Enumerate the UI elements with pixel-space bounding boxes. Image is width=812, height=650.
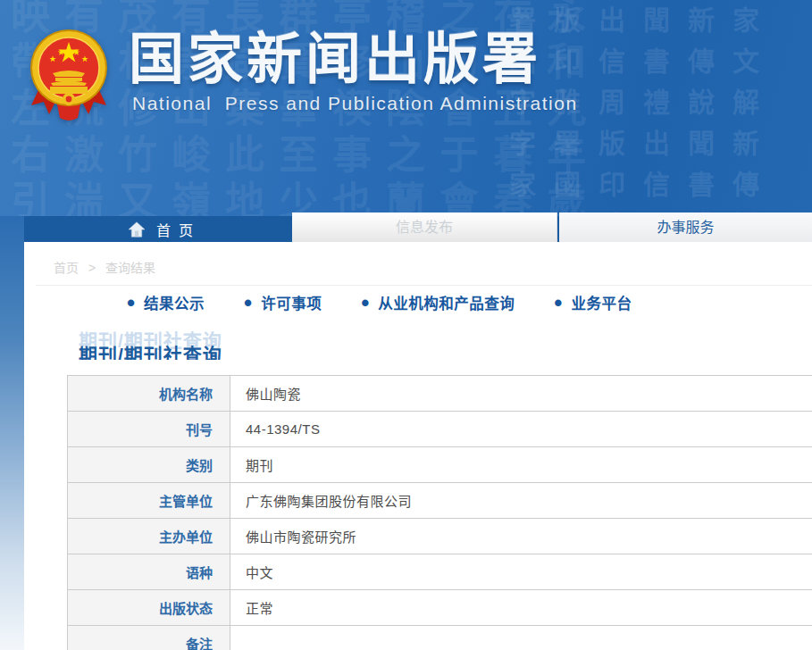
subnav-link[interactable]: • 结果公示 <box>127 292 205 313</box>
site-title: 国家新闻出版署 <box>129 30 578 89</box>
tab-services-label: 办事服务 <box>657 220 714 235</box>
row-label: 机构名称 <box>68 376 230 412</box>
tab-info-label: 信息发布 <box>396 220 453 235</box>
site-brand: 国家新闻出版署 National Press and Publication A… <box>29 27 578 121</box>
breadcrumb: 首页 > 查询结果 <box>54 258 812 276</box>
page-title-text: 期刊/期刊社查询 <box>79 340 222 360</box>
table-row: 刊号 44-1394/TS <box>68 412 812 447</box>
tab-services[interactable]: 办事服务 <box>559 212 812 242</box>
tab-info-release[interactable]: 信息发布 <box>292 212 557 242</box>
row-label: 刊号 <box>68 412 230 447</box>
row-label: 主管单位 <box>68 483 230 519</box>
tab-home-label: 首页 <box>156 219 201 240</box>
subnav-link[interactable]: • 许可事项 <box>244 292 322 313</box>
content-area: 首页 > 查询结果 • 结果公示 • 许可事项 • 从业机构和产品查询 <box>24 242 812 650</box>
subnav: • 结果公示 • 许可事项 • 从业机构和产品查询 • 业务平台 <box>127 292 812 313</box>
row-label: 备注 <box>68 626 230 650</box>
detail-table: 机构名称 佛山陶瓷 刊号 44-1394/TS 类别 期刊 主管单位 <box>67 375 812 650</box>
national-emblem-icon <box>29 27 109 121</box>
table-row: 备注 <box>68 626 812 650</box>
bullet-icon: • <box>361 296 369 310</box>
subnav-link-label: 从业机构和产品查询 <box>378 292 515 313</box>
subnav-link-label: 业务平台 <box>571 292 632 313</box>
row-value: 佛山陶瓷 <box>230 376 812 412</box>
home-icon <box>128 221 146 238</box>
page-root: 永和九年歲在癸丑暮春之初會于會稽山陰之蘭亭修禊事也群賢畢至少長咸集此地有崇山峻嶺… <box>0 0 812 650</box>
divider <box>36 285 812 286</box>
row-label: 语种 <box>68 554 230 590</box>
bullet-icon: • <box>127 296 135 310</box>
row-label: 出版状态 <box>68 590 230 626</box>
table-row: 主办单位 佛山市陶瓷研究所 <box>68 519 812 554</box>
table-row: 主管单位 广东佛陶集团股份有限公司 <box>68 483 812 519</box>
left-rail-decoration <box>0 216 24 650</box>
breadcrumb-separator-icon: > <box>88 261 96 275</box>
row-value <box>230 626 812 650</box>
tab-home[interactable]: 首页 <box>128 216 201 242</box>
bullet-icon: • <box>244 296 252 310</box>
row-value: 44-1394/TS <box>230 412 812 447</box>
subnav-link-label: 结果公示 <box>144 292 205 313</box>
row-value: 中文 <box>230 554 812 590</box>
row-value: 广东佛陶集团股份有限公司 <box>230 483 812 519</box>
breadcrumb-current: 查询结果 <box>105 261 155 275</box>
row-value: 正常 <box>230 590 812 626</box>
table-row: 机构名称 佛山陶瓷 <box>68 376 812 412</box>
subnav-link[interactable]: • 从业机构和产品查询 <box>361 292 515 313</box>
site-header: 永和九年歲在癸丑暮春之初會于會稽山陰之蘭亭修禊事也群賢畢至少長咸集此地有崇山峻嶺… <box>0 0 812 216</box>
brand-text: 国家新闻出版署 National Press and Publication A… <box>129 27 578 114</box>
detail-table-body: 机构名称 佛山陶瓷 刊号 44-1394/TS 类别 期刊 主管单位 <box>68 376 812 650</box>
bullet-icon: • <box>554 296 562 310</box>
site-subtitle: National Press and Publication Administr… <box>132 93 578 114</box>
breadcrumb-home-link[interactable]: 首页 <box>54 261 79 275</box>
row-value: 佛山市陶瓷研究所 <box>230 519 812 554</box>
table-row: 出版状态 正常 <box>68 590 812 626</box>
row-label: 类别 <box>68 447 230 483</box>
row-label: 主办单位 <box>68 519 230 554</box>
page-title: 期刊/期刊社查询 期刊/期刊社查询 <box>79 326 382 360</box>
subnav-link-label: 许可事项 <box>261 292 322 313</box>
subnav-link[interactable]: • 业务平台 <box>554 292 632 313</box>
table-row: 语种 中文 <box>68 554 812 590</box>
row-value: 期刊 <box>230 447 812 483</box>
table-row: 类别 期刊 <box>68 447 812 483</box>
